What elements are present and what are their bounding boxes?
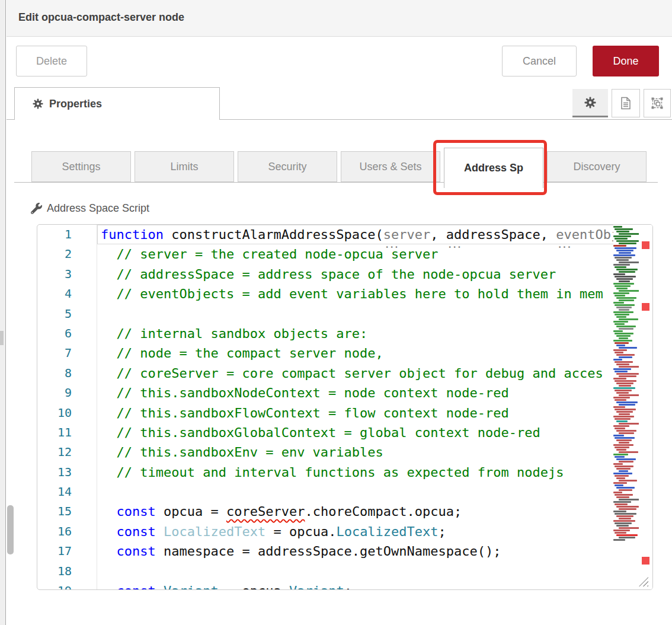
code-text: // this.sandboxEnv = env variables [97,442,383,462]
line-number: 2 [37,244,97,264]
line-number: 19 [37,581,97,590]
error-marker[interactable] [642,557,649,565]
appearance-group-icon [651,97,664,110]
code-text [97,304,101,324]
sub-tab-bar: SettingsLimitsSecurityUsers & SetsAddres… [31,151,647,188]
address-space-script-label: Address Space Script [31,202,149,215]
line-number: 14 [37,482,97,502]
code-line-4[interactable]: 4 // eventObjects = add event variables … [37,284,652,304]
code-lines[interactable]: 1function constructAlarmAddressSpace(ser… [37,225,652,590]
code-line-12[interactable]: 12 // this.sandboxEnv = env variables [37,442,652,462]
line-number: 3 [37,264,97,284]
code-text: const namespace = addressSpace.getOwnNam… [97,541,501,561]
description-view-button[interactable] [612,89,640,117]
code-text: // coreServer = core compact server obje… [97,363,603,383]
done-button[interactable]: Done [593,46,659,76]
code-text: const opcua = coreServer.choreCompact.op… [97,502,462,521]
code-line-2[interactable]: 2 // server = the created node-opcua ser… [37,244,652,264]
code-text [97,562,101,581]
code-text: function constructAlarmAddressSpace(serv… [97,225,627,244]
dialog-header: Edit opcua-compact-server node [7,0,672,37]
code-line-1[interactable]: 1function constructAlarmAddressSpace(ser… [37,225,652,244]
gear-icon [584,97,596,109]
wrench-icon [31,203,42,214]
section-title: Address Space Script [47,202,149,215]
line-number: 4 [37,284,97,304]
workspace-edge [0,0,6,625]
code-line-14[interactable]: 14 [37,482,652,502]
code-text: const Variant = opcua.Variant; [97,581,352,590]
code-line-18[interactable]: 18 [37,562,652,581]
tab-limits[interactable]: Limits [135,151,234,182]
code-text: // timeout and interval functions as exp… [97,463,564,482]
code-text: const LocalizedText = opcua.LocalizedTex… [97,522,446,541]
line-number: 11 [37,423,97,442]
code-text [97,482,101,502]
code-text: // node = the compact server node, [97,343,383,363]
tab-security[interactable]: Security [238,151,337,182]
code-text: // eventObjects = add event variables he… [97,284,603,304]
code-line-17[interactable]: 17 const namespace = addressSpace.getOwn… [37,541,652,561]
code-line-7[interactable]: 7 // node = the compact server node, [37,343,652,363]
error-marker[interactable] [642,303,649,311]
tab-settings[interactable]: Settings [31,151,131,182]
code-line-19[interactable]: 19 const Variant = opcua.Variant; [37,581,652,590]
gear-icon [33,98,43,109]
dialog-title: Edit opcua-compact-server node [18,11,184,24]
code-text: // this.sandboxFlowContext = flow contex… [97,403,509,423]
code-text: // this.sandboxNodeContext = node contex… [97,383,509,403]
line-number: 13 [37,463,97,482]
code-text: // addressSpace = address space of the n… [97,264,556,284]
minimap[interactable] [613,225,639,589]
properties-view-button[interactable] [572,89,608,117]
code-line-8[interactable]: 8 // coreServer = core compact server ob… [37,363,652,383]
appearance-view-button[interactable] [644,89,671,117]
cancel-button[interactable]: Cancel [502,46,577,76]
code-editor[interactable]: 1function constructAlarmAddressSpace(ser… [37,224,653,590]
scroll-tick [0,331,4,345]
code-line-11[interactable]: 11 // this.sandboxGlobalContext = global… [37,423,652,442]
line-number: 17 [37,541,97,561]
line-number: 7 [37,343,97,363]
code-line-16[interactable]: 16 const LocalizedText = opcua.Localized… [37,522,652,541]
code-text: // this.sandboxGlobalContext = global co… [97,423,540,442]
code-line-5[interactable]: 5 [37,304,652,324]
tab-address-sp[interactable]: Address Sp [444,148,543,188]
code-line-15[interactable]: 15 const opcua = coreServer.choreCompact… [37,502,652,521]
line-number: 10 [37,403,97,423]
line-number: 8 [37,363,97,383]
line-number: 12 [37,442,97,462]
line-number: 1 [37,225,97,244]
code-line-13[interactable]: 13 // timeout and interval functions as … [37,463,652,482]
vertical-scrollbar-thumb[interactable] [7,505,14,554]
code-line-3[interactable]: 3 // addressSpace = address space of the… [37,264,652,284]
line-number: 15 [37,502,97,521]
document-icon [620,97,632,110]
line-number: 6 [37,324,97,343]
line-number: 18 [37,562,97,581]
error-marker[interactable] [642,241,649,249]
code-line-6[interactable]: 6 // internal sandbox objects are: [37,324,652,343]
line-number: 16 [37,522,97,541]
code-line-9[interactable]: 9 // this.sandboxNodeContext = node cont… [37,383,652,403]
tab-discovery[interactable]: Discovery [547,151,647,182]
tab-users-sets[interactable]: Users & Sets [341,151,440,182]
tab-properties-label: Properties [49,98,102,110]
code-line-10[interactable]: 10 // this.sandboxFlowContext = flow con… [37,403,652,423]
edit-node-dialog: Edit opcua-compact-server node Delete Ca… [0,0,672,625]
tab-properties[interactable]: Properties [14,87,220,120]
code-text: // server = the created node-opcua serve… [97,244,439,264]
line-number: 5 [37,304,97,324]
code-text: // internal sandbox objects are: [97,324,367,343]
overview-ruler [639,225,652,589]
delete-button[interactable]: Delete [16,46,87,76]
line-number: 9 [37,383,97,403]
